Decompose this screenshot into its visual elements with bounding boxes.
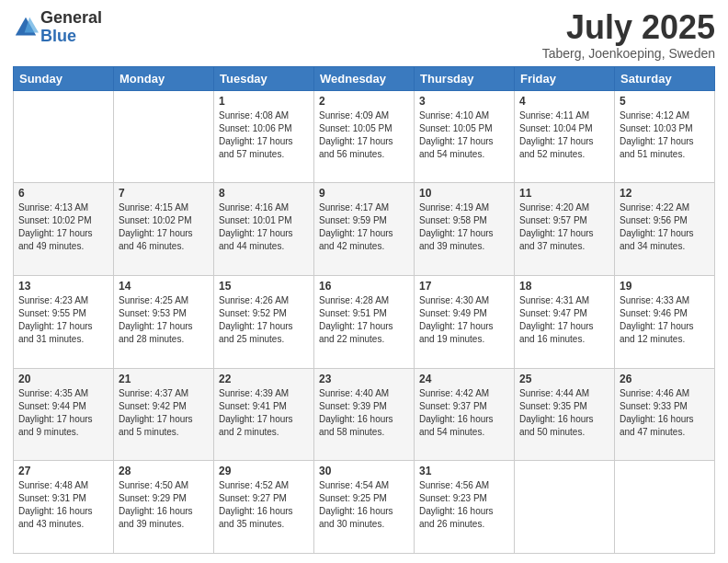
day-info: Sunrise: 4:26 AM Sunset: 9:52 PM Dayligh… [219, 294, 309, 346]
table-row [114, 90, 214, 183]
month-title: July 2025 [542, 9, 715, 46]
calendar-week-row: 27Sunrise: 4:48 AM Sunset: 9:31 PM Dayli… [14, 461, 715, 554]
col-wednesday: Wednesday [314, 66, 415, 90]
table-row: 14Sunrise: 4:25 AM Sunset: 9:53 PM Dayli… [114, 275, 214, 368]
calendar-week-row: 6Sunrise: 4:13 AM Sunset: 10:02 PM Dayli… [14, 183, 715, 276]
day-number: 20 [18, 373, 108, 385]
day-number: 13 [18, 280, 108, 293]
title-block: July 2025 Taberg, Joenkoeping, Sweden [542, 9, 715, 61]
table-row: 24Sunrise: 4:42 AM Sunset: 9:37 PM Dayli… [415, 368, 515, 461]
day-number: 5 [620, 95, 710, 108]
col-saturday: Saturday [615, 66, 715, 90]
table-row: 2Sunrise: 4:09 AM Sunset: 10:05 PM Dayli… [314, 90, 415, 183]
col-thursday: Thursday [415, 66, 515, 90]
logo-blue-text: Blue [40, 27, 76, 45]
calendar-week-row: 13Sunrise: 4:23 AM Sunset: 9:55 PM Dayli… [14, 275, 715, 368]
day-number: 29 [219, 465, 309, 477]
location: Taberg, Joenkoeping, Sweden [542, 46, 715, 61]
col-friday: Friday [515, 66, 615, 90]
table-row [515, 461, 615, 554]
day-info: Sunrise: 4:37 AM Sunset: 9:42 PM Dayligh… [119, 387, 209, 439]
day-info: Sunrise: 4:50 AM Sunset: 9:29 PM Dayligh… [119, 479, 209, 531]
day-number: 2 [319, 95, 409, 108]
day-number: 22 [219, 373, 309, 385]
day-info: Sunrise: 4:46 AM Sunset: 9:33 PM Dayligh… [620, 387, 710, 439]
day-info: Sunrise: 4:56 AM Sunset: 9:23 PM Dayligh… [419, 479, 509, 531]
day-number: 19 [620, 280, 710, 293]
day-info: Sunrise: 4:44 AM Sunset: 9:35 PM Dayligh… [519, 387, 609, 439]
calendar-header-row: Sunday Monday Tuesday Wednesday Thursday… [14, 66, 715, 90]
day-info: Sunrise: 4:16 AM Sunset: 10:01 PM Daylig… [219, 201, 309, 253]
day-number: 17 [419, 280, 509, 293]
day-number: 9 [319, 187, 409, 200]
table-row: 10Sunrise: 4:19 AM Sunset: 9:58 PM Dayli… [415, 183, 515, 276]
day-info: Sunrise: 4:25 AM Sunset: 9:53 PM Dayligh… [119, 294, 209, 346]
day-number: 11 [519, 187, 609, 200]
day-info: Sunrise: 4:10 AM Sunset: 10:05 PM Daylig… [419, 109, 509, 161]
day-number: 28 [119, 465, 209, 477]
day-info: Sunrise: 4:23 AM Sunset: 9:55 PM Dayligh… [18, 294, 108, 346]
page: General Blue July 2025 Taberg, Joenkoepi… [0, 0, 728, 563]
day-info: Sunrise: 4:15 AM Sunset: 10:02 PM Daylig… [119, 201, 209, 253]
header: General Blue July 2025 Taberg, Joenkoepi… [13, 9, 715, 61]
day-number: 3 [419, 95, 509, 108]
col-tuesday: Tuesday [214, 66, 314, 90]
logo-icon [13, 15, 39, 40]
day-number: 25 [519, 373, 609, 385]
table-row: 16Sunrise: 4:28 AM Sunset: 9:51 PM Dayli… [314, 275, 415, 368]
table-row [14, 90, 114, 183]
calendar-week-row: 20Sunrise: 4:35 AM Sunset: 9:44 PM Dayli… [14, 368, 715, 461]
logo-general-text: General [40, 8, 102, 27]
day-info: Sunrise: 4:54 AM Sunset: 9:25 PM Dayligh… [319, 479, 409, 531]
table-row: 31Sunrise: 4:56 AM Sunset: 9:23 PM Dayli… [415, 461, 515, 554]
table-row: 29Sunrise: 4:52 AM Sunset: 9:27 PM Dayli… [214, 461, 314, 554]
day-number: 26 [620, 373, 710, 385]
day-info: Sunrise: 4:13 AM Sunset: 10:02 PM Daylig… [18, 201, 108, 253]
col-monday: Monday [114, 66, 214, 90]
table-row [615, 461, 715, 554]
table-row: 11Sunrise: 4:20 AM Sunset: 9:57 PM Dayli… [515, 183, 615, 276]
day-number: 30 [319, 465, 409, 477]
table-row: 6Sunrise: 4:13 AM Sunset: 10:02 PM Dayli… [14, 183, 114, 276]
table-row: 9Sunrise: 4:17 AM Sunset: 9:59 PM Daylig… [314, 183, 415, 276]
day-info: Sunrise: 4:12 AM Sunset: 10:03 PM Daylig… [620, 109, 710, 161]
day-number: 31 [419, 465, 509, 477]
day-number: 15 [219, 280, 309, 293]
day-number: 10 [419, 187, 509, 200]
table-row: 26Sunrise: 4:46 AM Sunset: 9:33 PM Dayli… [615, 368, 715, 461]
day-info: Sunrise: 4:11 AM Sunset: 10:04 PM Daylig… [519, 109, 609, 161]
day-info: Sunrise: 4:52 AM Sunset: 9:27 PM Dayligh… [219, 479, 309, 531]
day-info: Sunrise: 4:31 AM Sunset: 9:47 PM Dayligh… [519, 294, 609, 346]
table-row: 21Sunrise: 4:37 AM Sunset: 9:42 PM Dayli… [114, 368, 214, 461]
day-info: Sunrise: 4:35 AM Sunset: 9:44 PM Dayligh… [18, 387, 108, 439]
day-number: 12 [620, 187, 710, 200]
day-info: Sunrise: 4:22 AM Sunset: 9:56 PM Dayligh… [620, 201, 710, 253]
day-number: 18 [519, 280, 609, 293]
day-info: Sunrise: 4:42 AM Sunset: 9:37 PM Dayligh… [419, 387, 509, 439]
logo: General Blue [13, 9, 102, 46]
day-number: 14 [119, 280, 209, 293]
table-row: 8Sunrise: 4:16 AM Sunset: 10:01 PM Dayli… [214, 183, 314, 276]
day-number: 27 [18, 465, 108, 477]
day-info: Sunrise: 4:09 AM Sunset: 10:05 PM Daylig… [319, 109, 409, 161]
table-row: 5Sunrise: 4:12 AM Sunset: 10:03 PM Dayli… [615, 90, 715, 183]
table-row: 25Sunrise: 4:44 AM Sunset: 9:35 PM Dayli… [515, 368, 615, 461]
day-number: 16 [319, 280, 409, 293]
calendar-week-row: 1Sunrise: 4:08 AM Sunset: 10:06 PM Dayli… [14, 90, 715, 183]
day-info: Sunrise: 4:08 AM Sunset: 10:06 PM Daylig… [219, 109, 309, 161]
table-row: 23Sunrise: 4:40 AM Sunset: 9:39 PM Dayli… [314, 368, 415, 461]
day-number: 8 [219, 187, 309, 200]
table-row: 7Sunrise: 4:15 AM Sunset: 10:02 PM Dayli… [114, 183, 214, 276]
table-row: 19Sunrise: 4:33 AM Sunset: 9:46 PM Dayli… [615, 275, 715, 368]
day-number: 4 [519, 95, 609, 108]
day-number: 23 [319, 373, 409, 385]
day-number: 21 [119, 373, 209, 385]
day-number: 7 [119, 187, 209, 200]
table-row: 27Sunrise: 4:48 AM Sunset: 9:31 PM Dayli… [14, 461, 114, 554]
table-row: 3Sunrise: 4:10 AM Sunset: 10:05 PM Dayli… [415, 90, 515, 183]
day-info: Sunrise: 4:48 AM Sunset: 9:31 PM Dayligh… [18, 479, 108, 531]
day-info: Sunrise: 4:33 AM Sunset: 9:46 PM Dayligh… [620, 294, 710, 346]
day-number: 1 [219, 95, 309, 108]
day-number: 24 [419, 373, 509, 385]
table-row: 18Sunrise: 4:31 AM Sunset: 9:47 PM Dayli… [515, 275, 615, 368]
